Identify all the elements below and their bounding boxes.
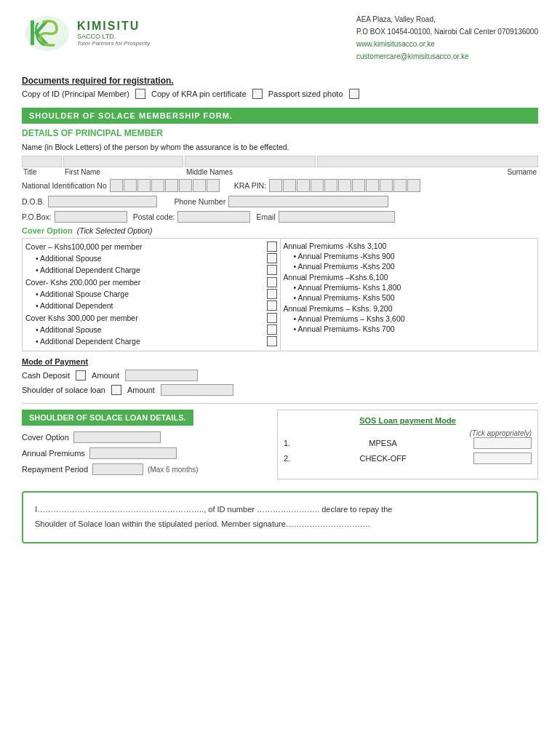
cover-left-text-6: Cover Kshs 300,000 per member <box>25 314 264 322</box>
doc3-checkbox[interactable] <box>349 89 359 99</box>
name-fields-wrapper: Title First Name Middle Names Surname <box>22 156 538 176</box>
email-link[interactable]: customercare@kimisitusacco.or.ke <box>356 52 469 60</box>
loan-section: SHOULDER OF SOLACE LOAN DETAILS. Cover O… <box>22 410 538 479</box>
cover-left-item-7: Additional Spouse <box>25 324 277 335</box>
dob-phone-row: D.O.B. Phone Number <box>22 196 538 207</box>
name-instruction: Name (in Block Letters) of the person by… <box>22 143 538 151</box>
mpesa-number: 1. <box>284 439 292 447</box>
kra-char-7[interactable] <box>352 179 365 192</box>
id-char-5[interactable] <box>165 179 178 192</box>
tick-note: (Tick Selected Option) <box>77 226 153 235</box>
brand-sub: SACCO LTD. <box>77 33 150 40</box>
loan-details-left: SHOULDER OF SOLACE LOAN DETAILS. Cover O… <box>22 410 270 479</box>
kra-char-1[interactable] <box>269 179 282 192</box>
kra-char-10[interactable] <box>393 179 407 192</box>
first-name-input[interactable] <box>63 156 183 167</box>
doc2-checkbox[interactable] <box>252 89 263 99</box>
id-char-1[interactable] <box>110 179 123 192</box>
cover-option-label: Cover Option <box>22 226 73 235</box>
doc-item1: Copy of ID (Principal Member) <box>22 89 129 98</box>
checkoff-checkbox[interactable] <box>473 453 532 464</box>
kra-char-5[interactable] <box>324 179 337 192</box>
address-row: P.O.Box: Postal code: Email <box>22 211 538 223</box>
premium-right-item-3: Annual Premiums –Kshs.6,100 <box>284 273 535 282</box>
cover-left-check-6[interactable] <box>267 313 277 323</box>
cover-left-text-3: Cover- Kshs 200,000 per member <box>25 278 264 287</box>
cover-left-item-3: Cover- Kshs 200,000 per member <box>25 277 277 287</box>
cover-left-check-0[interactable] <box>267 242 277 252</box>
cover-left-check-7[interactable] <box>267 324 277 335</box>
kra-char-6[interactable] <box>338 179 351 192</box>
loan-annual-premiums-input[interactable] <box>89 447 177 459</box>
solace-amount-label: Amount <box>127 386 155 394</box>
premium-right-text-5: Annual Premiums- Kshs 500 <box>294 293 395 302</box>
solace-amount-input[interactable] <box>161 384 233 396</box>
postal-code-label: Postal code: <box>133 212 175 221</box>
mpesa-label: MPESA <box>369 439 397 447</box>
cover-left-check-8[interactable] <box>267 336 277 346</box>
surname-input[interactable] <box>317 156 538 167</box>
website-link[interactable]: www.kimisitusacco.or.ke <box>356 40 435 48</box>
solace-loan-checkbox[interactable] <box>111 385 121 395</box>
premium-right-item-1: Annual Premiums -Kshs 900 <box>284 252 535 260</box>
id-char-8[interactable] <box>207 179 220 192</box>
middle-names-input[interactable] <box>185 156 316 167</box>
surname-label: Surname <box>317 168 538 176</box>
loan-cover-option-row: Cover Option <box>22 431 270 443</box>
loan-annual-premiums-label: Annual Premiums <box>22 449 85 458</box>
cover-options-left: Cover – Kshs100,000 per member Additiona… <box>22 238 281 351</box>
checkoff-number: 2. <box>284 454 292 463</box>
doc-item2: Copy of KRA pin certificate <box>151 89 247 98</box>
cover-left-text-8: Additional Dependent Charge <box>36 337 264 346</box>
cover-left-item-0: Cover – Kshs100,000 per member <box>25 242 277 252</box>
mpesa-row: 1. MPESA <box>284 437 532 449</box>
cash-deposit-checkbox[interactable] <box>76 370 86 381</box>
cover-left-check-3[interactable] <box>267 277 277 287</box>
kra-char-8[interactable] <box>366 179 379 192</box>
premium-right-item-0: Annual Premiums -Kshs 3,100 <box>284 242 535 250</box>
premium-right-item-7: Annual Premiums – Kshs 3,600 <box>284 314 535 323</box>
kra-pin-boxes <box>269 179 420 192</box>
title-label: Title <box>22 168 63 176</box>
declaration-line2: Shoulder of Solace loan within the stipu… <box>35 517 525 532</box>
id-char-6[interactable] <box>179 179 192 192</box>
dob-label: D.O.B. <box>22 197 45 206</box>
checkoff-label: CHECK-OFF <box>360 454 407 463</box>
doc1-checkbox[interactable] <box>135 89 145 99</box>
id-char-3[interactable] <box>137 179 151 192</box>
cover-left-check-1[interactable] <box>267 253 277 263</box>
cover-left-check-2[interactable] <box>267 265 277 275</box>
mpesa-checkbox[interactable] <box>473 437 532 449</box>
premium-right-text-7: Annual Premiums – Kshs 3,600 <box>294 314 405 323</box>
cover-left-text-4: Additional Spouse Charge <box>36 290 264 298</box>
pobox-label: P.O.Box: <box>22 212 52 221</box>
repayment-note: (Max 6 months) <box>148 466 198 474</box>
kra-char-2[interactable] <box>283 179 296 192</box>
cover-left-check-4[interactable] <box>267 289 277 299</box>
dob-input[interactable] <box>48 196 157 207</box>
cover-left-text-1: Additional Spouse <box>36 254 264 263</box>
kra-char-11[interactable] <box>407 179 420 192</box>
cover-left-check-5[interactable] <box>267 300 277 311</box>
premium-right-item-8: Annual Premiums- Kshs 700 <box>284 324 535 333</box>
pobox-input[interactable] <box>55 211 127 223</box>
email-input[interactable] <box>279 211 395 223</box>
postal-code-input[interactable] <box>177 211 250 223</box>
kra-char-3[interactable] <box>297 179 310 192</box>
cover-option-row: Cover Option (Tick Selected Option) <box>22 226 538 235</box>
cash-amount-input[interactable] <box>125 370 198 381</box>
cover-left-item-5: Additional Dependent <box>25 300 277 311</box>
id-char-7[interactable] <box>193 179 206 192</box>
kra-char-4[interactable] <box>311 179 324 192</box>
id-char-4[interactable] <box>151 179 164 192</box>
id-char-2[interactable] <box>124 179 137 192</box>
mode-title: Mode of Payment <box>22 357 538 366</box>
title-input[interactable] <box>22 156 62 167</box>
kra-char-9[interactable] <box>380 179 393 192</box>
national-id-label: National Identification No <box>22 181 107 190</box>
shoulder-banner: SHOULDER OF SOLACE MEMBERSHIP FORM. <box>22 108 538 124</box>
premium-right-text-4: Annual Premiums- Kshs 1,800 <box>294 283 401 292</box>
loan-cover-option-input[interactable] <box>73 431 161 443</box>
phone-input[interactable] <box>228 196 388 207</box>
loan-repayment-input[interactable] <box>92 463 143 475</box>
